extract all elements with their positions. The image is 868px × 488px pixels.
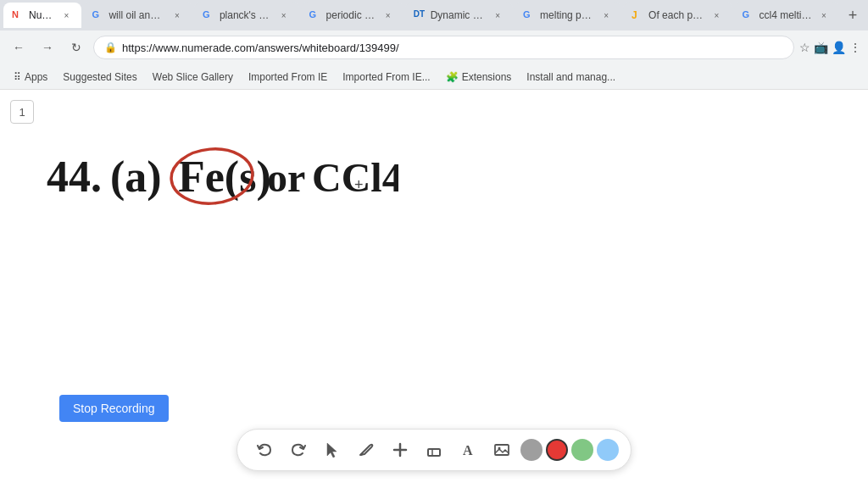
color-gray[interactable] [520,439,542,461]
page-indicator: 1 [10,100,34,124]
redo-button[interactable] [283,435,314,465]
drawing-toolbar: A [236,429,632,471]
back-button[interactable]: ← [7,36,31,59]
svg-text:A: A [463,443,473,458]
eraser-tool-button[interactable] [419,435,449,465]
stop-recording-button[interactable]: Stop Recording [59,395,169,422]
profile-icon[interactable]: 👤 [832,41,846,54]
tab-favicon-numerade: N [12,9,24,21]
menu-icon[interactable]: ⋮ [849,41,861,54]
page-number: 1 [19,106,25,119]
tab-label-8: ccl4 melting poin... [760,9,813,21]
pen-tool-button[interactable] [351,435,381,465]
bookmark-install-label: Install and manag... [526,71,615,83]
tab-close-4[interactable]: × [381,8,395,22]
svg-text:CCl4(s): CCl4(s) [312,155,398,201]
tab-3[interactable]: G planck's constan... × [194,3,299,28]
image-tool-button[interactable] [487,435,517,465]
address-input-wrap[interactable]: 🔒 https://www.numerade.com/answers/white… [93,36,794,59]
tab-favicon-6: G [523,9,535,21]
tab-favicon-2: G [92,9,103,21]
bookmark-apps-label: Apps [25,71,47,83]
svg-text:44.: 44. [47,152,102,201]
bookmark-imported2-label: Imported From IE... [342,71,430,83]
bookmark-star-icon[interactable]: ☆ [799,41,810,54]
tab-label-2: will oil and fiber in... [108,9,164,21]
add-tool-button[interactable] [385,435,415,465]
tab-favicon-5: DT [414,9,426,21]
text-tool-button[interactable]: A [453,435,483,465]
select-tool-button[interactable] [317,435,348,465]
undo-icon [256,441,273,458]
tab-6[interactable]: G melting point of h... × [515,3,621,28]
tab-label-4: periodic table of... [326,9,376,21]
select-icon [325,441,340,458]
undo-button[interactable] [249,435,280,465]
tab-favicon-3: G [203,9,214,21]
tab-close-3[interactable]: × [277,8,291,22]
tab-close-6[interactable]: × [599,8,613,22]
tab-favicon-7: J [632,9,643,21]
handwriting-svg: 44. (a) Fe(s) or CCl4(s) [42,132,398,234]
tab-bar: N Numerade × G will oil and fiber in... … [0,0,868,30]
pen-icon [358,441,375,458]
tab-4[interactable]: G periodic table of... × [301,3,403,28]
bookmark-suggested[interactable]: Suggested Sites [56,69,143,86]
tab-close-5[interactable]: × [491,8,504,22]
new-tab-button[interactable]: + [841,3,865,27]
tab-label-5: Dynamic Periodic... [431,9,486,21]
bookmark-imported1-label: Imported From IE [248,71,327,83]
apps-icon: ⠿ [14,71,21,83]
forward-button[interactable]: → [36,36,59,59]
tab-label-3: planck's constan... [220,9,272,21]
refresh-button[interactable]: ↻ [64,36,88,59]
extensions-icon: 🧩 [446,71,459,83]
svg-text:Fe(s): Fe(s) [178,152,271,202]
image-icon [493,441,510,458]
add-icon [392,441,409,458]
tab-label-7: Of each pair of so... [648,9,704,21]
tab-numerade[interactable]: N Numerade × [3,3,81,28]
lock-icon: 🔒 [104,42,117,53]
eraser-icon [426,441,442,458]
browser-chrome: N Numerade × G will oil and fiber in... … [0,0,868,90]
bookmark-install[interactable]: Install and manag... [520,69,622,86]
tab-7[interactable]: J Of each pair of so... × [623,3,732,28]
bookmark-imported1[interactable]: Imported From IE [242,69,334,86]
svg-rect-8 [428,449,440,456]
svg-text:or: or [267,155,305,200]
bookmark-apps[interactable]: ⠿ Apps [7,69,54,86]
bookmark-imported2[interactable]: Imported From IE... [336,69,437,86]
text-icon: A [459,441,476,458]
tab-close-2[interactable]: × [170,8,184,22]
bookmark-webslice[interactable]: Web Slice Gallery [146,69,240,86]
svg-rect-11 [495,445,509,455]
whiteboard-area[interactable]: 1 44. (a) Fe(s) or CCl4(s) + Stop Record… [0,90,868,488]
color-red[interactable] [546,439,568,461]
tab-favicon-4: G [309,9,321,21]
address-bar: ← → ↻ 🔒 https://www.numerade.com/answers… [0,30,868,64]
tab-label-numerade: Numerade [29,9,54,21]
tab-label-6: melting point of h... [540,9,594,21]
tab-favicon-8: G [743,9,754,21]
bookmark-webslice-label: Web Slice Gallery [153,71,233,83]
tab-close-8[interactable]: × [817,8,831,22]
bookmark-extensions[interactable]: 🧩 Extensions [439,69,519,86]
cast-icon[interactable]: 📺 [814,41,828,54]
bookmark-extensions-label: Extensions [462,71,512,83]
redo-icon [290,441,307,458]
address-icons: ☆ 📺 👤 ⋮ [799,41,861,54]
color-green[interactable] [571,439,593,461]
tab-close-numerade[interactable]: × [59,8,73,22]
tab-8[interactable]: G ccl4 melting poin... × [734,3,840,28]
tab-5[interactable]: DT Dynamic Periodic... × [405,3,513,28]
address-text: https://www.numerade.com/answers/whitebo… [122,42,783,54]
tab-close-7[interactable]: × [710,8,724,22]
whiteboard-writing: 44. (a) Fe(s) or CCl4(s) [42,132,398,237]
bookmark-suggested-label: Suggested Sites [63,71,136,83]
tab-2[interactable]: G will oil and fiber in... × [83,3,192,28]
bookmarks-bar: ⠿ Apps Suggested Sites Web Slice Gallery… [0,64,868,90]
svg-text:(a): (a) [110,152,162,202]
color-blue[interactable] [597,439,619,461]
